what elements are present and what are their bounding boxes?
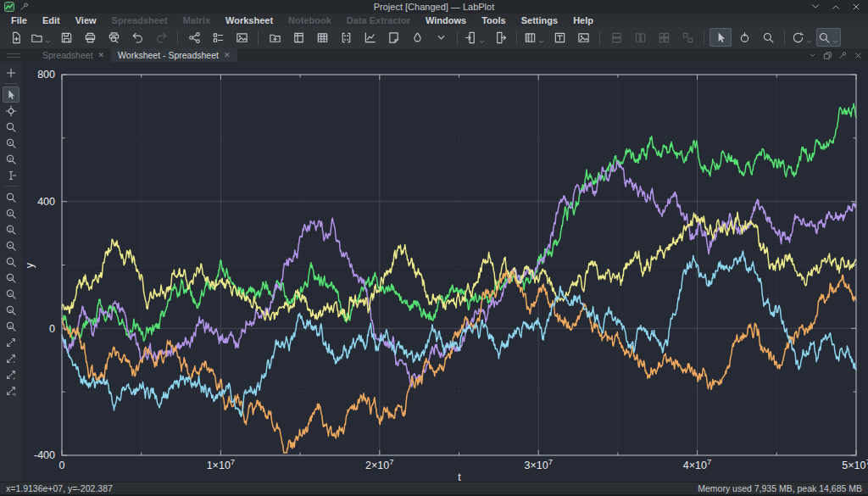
menu-windows[interactable]: Windows	[418, 14, 474, 26]
tabbar-drag-handle[interactable]	[0, 48, 36, 62]
auto-scale-xy-button[interactable]: xy	[3, 382, 19, 398]
horizontal-layout-button	[629, 28, 651, 47]
zoom-select-mode-button[interactable]	[757, 28, 779, 47]
auto-scale-y-button[interactable]: y	[3, 366, 19, 382]
menubar: FileEditViewSpreadsheetMatrixWorksheetNo…	[0, 14, 868, 26]
project-explorer-button[interactable]	[183, 28, 205, 47]
zoom-in-button[interactable]: +	[3, 237, 19, 254]
pin-subwindow-icon[interactable]	[838, 51, 848, 60]
vertical-layout-button	[605, 28, 627, 47]
maximize-button[interactable]	[831, 2, 841, 12]
more-new-items-button[interactable]	[430, 28, 452, 47]
menu-view[interactable]: View	[68, 14, 104, 26]
new-note-button[interactable]	[382, 28, 404, 47]
minimize-button[interactable]	[810, 2, 821, 12]
x-tick-label: 4×107	[683, 457, 711, 471]
y-tick-label: 400	[37, 196, 55, 208]
tab-label: Spreadsheet	[42, 50, 93, 60]
zoom-out-button[interactable]: -	[3, 254, 19, 270]
menu-notebook: Notebook	[281, 14, 339, 26]
window-list-dropdown-icon[interactable]	[808, 51, 817, 60]
menu-file[interactable]: File	[3, 14, 35, 26]
svg-text:xy: xy	[12, 392, 16, 396]
cursor-tool-button[interactable]	[3, 167, 19, 183]
zoom-y-select-button[interactable]: y	[3, 151, 19, 167]
zoom-out-x-button[interactable]: -x	[3, 286, 19, 302]
magnification-button[interactable]	[816, 28, 841, 47]
close-button[interactable]	[851, 2, 861, 12]
worksheet-view[interactable]: 01×1072×1073×1074×1075×107-4000400800ty	[22, 62, 868, 484]
svg-text:y: y	[13, 376, 15, 380]
x-tick-label: 2×107	[365, 457, 393, 471]
new-datapicker-button[interactable]	[406, 28, 428, 47]
auto-scale-x-button[interactable]: x	[3, 350, 19, 366]
add-plot-area-button[interactable]	[522, 28, 547, 47]
select-and-edit-mode-button[interactable]	[709, 28, 732, 47]
redo-button	[150, 28, 172, 47]
presenter-mode-button[interactable]	[790, 28, 815, 47]
titlebar: Project [Changed] — LabPlot	[0, 0, 868, 14]
zoom-in-x-button[interactable]: +x	[3, 270, 19, 286]
new-project-button[interactable]	[5, 28, 27, 47]
undo-button[interactable]	[126, 28, 148, 47]
menu-settings[interactable]: Settings	[514, 14, 565, 26]
open-project-button[interactable]	[29, 28, 53, 47]
export-data-button[interactable]	[489, 28, 511, 47]
toolbar-separator	[258, 31, 259, 45]
print-button[interactable]	[79, 28, 101, 47]
add-text-label-button[interactable]	[548, 28, 570, 47]
toolbar-separator	[784, 31, 785, 45]
tab-close-icon[interactable]: ✕	[224, 52, 231, 59]
tabbar: Spreadsheet✕Worksheet - Spreadsheet✕	[0, 48, 868, 62]
select-and-edit-button[interactable]	[3, 86, 19, 103]
properties-explorer-button[interactable]	[207, 28, 229, 47]
plot-zoom-x-select-button[interactable]: x	[3, 205, 19, 221]
labplot-window: Project [Changed] — LabPlot FileEditView…	[0, 0, 868, 496]
detach-subwindow-icon[interactable]	[823, 51, 832, 60]
zoom-in-y-button[interactable]: +y	[3, 302, 19, 318]
new-spreadsheet-button[interactable]	[311, 28, 333, 47]
plot-canvas[interactable]: 01×1072×1073×1074×1075×107-4000400800ty	[22, 62, 868, 484]
svg-text:-x: -x	[8, 291, 12, 295]
worksheet-preview-button[interactable]	[231, 28, 253, 47]
statusbar: x=1.9136e+07, y=-202.387 Memory used 7,9…	[0, 482, 868, 496]
auto-scale-button[interactable]	[3, 334, 19, 350]
new-worksheet-button[interactable]	[359, 28, 381, 47]
save-project-button[interactable]	[55, 28, 77, 47]
svg-text:+: +	[8, 242, 11, 247]
tab-worksheet-spreadsheet[interactable]: Worksheet - Spreadsheet✕	[111, 48, 236, 62]
menu-tools[interactable]: Tools	[474, 14, 514, 26]
tab-close-icon[interactable]: ✕	[98, 52, 105, 59]
new-folder-button[interactable]	[264, 28, 286, 47]
zoom-x-select-button[interactable]: x	[3, 135, 19, 151]
toolbar-separator	[177, 31, 178, 45]
plot-zoom-select-button[interactable]	[3, 189, 19, 205]
add-new-button[interactable]	[3, 64, 19, 81]
new-matrix-button[interactable]	[335, 28, 357, 47]
navigate-button[interactable]	[3, 103, 19, 119]
titlebar-pin-icon[interactable]	[19, 2, 30, 12]
worksheet-toolbar: xyxy+-+x-x+y-yxyxy	[0, 62, 23, 484]
svg-text:y: y	[9, 226, 12, 231]
menu-help[interactable]: Help	[565, 14, 601, 26]
new-workbook-button[interactable]	[287, 28, 309, 47]
close-subwindow-icon[interactable]	[854, 51, 863, 60]
x-tick-label: 1×107	[207, 457, 235, 471]
tab-spreadsheet[interactable]: Spreadsheet✕	[36, 48, 111, 62]
break-layout-button	[676, 28, 698, 47]
import-data-button[interactable]	[463, 28, 487, 47]
svg-text:+y: +y	[8, 307, 13, 311]
plot-zoom-y-select-button[interactable]: y	[3, 221, 19, 237]
zoom-out-y-button[interactable]: -y	[3, 318, 19, 334]
menu-spreadsheet: Spreadsheet	[104, 14, 175, 26]
navigate-mode-button[interactable]	[733, 28, 755, 47]
svg-text:-y: -y	[8, 323, 12, 327]
zoom-select-button[interactable]	[3, 119, 19, 135]
menu-worksheet[interactable]: Worksheet	[218, 14, 281, 26]
labplot-app-icon	[4, 2, 14, 12]
cursor-position: x=1.9136e+07, y=-202.387	[6, 483, 113, 493]
add-image-button[interactable]	[572, 28, 594, 47]
svg-text:+x: +x	[8, 275, 13, 279]
print-preview-button[interactable]	[103, 28, 125, 47]
menu-edit[interactable]: Edit	[35, 14, 68, 26]
